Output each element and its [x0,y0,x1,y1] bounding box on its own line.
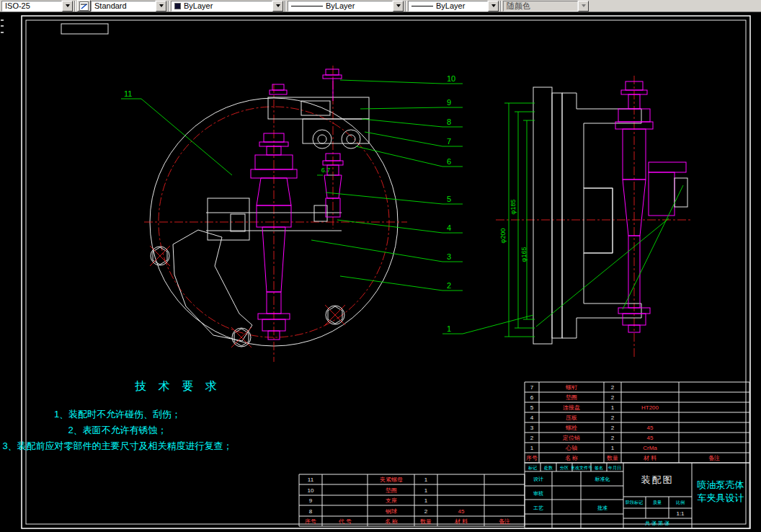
bom-cell-qty: 2 [611,384,615,391]
chevron-down-icon[interactable] [393,1,404,12]
title-block: 标记 处数 分区 更改文件号 签名 年月日 设计 审核 工艺 标准化 批准 装配… [525,463,749,528]
bom-cell-material: 45 [647,425,654,431]
bom-cell-name: 螺栓 [566,425,577,431]
bom-cell-material: HT200 [641,404,659,411]
bom-cell-no: 1 [530,445,534,451]
tb-sign-standard: 标准化 [595,476,610,482]
peripheral-bolts [150,246,345,347]
toolbar-separator [285,1,286,12]
balloon-6-number: 6 [447,157,451,166]
linetype-combo[interactable]: ByLayer [288,1,404,12]
bom-header-name: 名 称 [385,518,398,525]
bom-header-qty: 数量 [607,455,618,461]
chevron-down-icon[interactable] [62,1,73,12]
chevron-down-icon[interactable] [156,1,166,12]
dim-6-7-label: 6.7 [321,167,331,174]
tb-stage-label: 阶段标记 [626,500,643,505]
bom-header-remark: 备注 [708,455,720,461]
dim-style-value: ISO-25 [5,1,30,10]
bom-cell-name: 定位销 [562,435,580,441]
bom-cell-qty: 1 [611,445,615,451]
color-value: ByLayer [184,1,213,10]
balloon-2-number: 2 [447,281,451,290]
toolbar-separator [405,1,406,12]
bom-header-material: 材 料 [454,518,468,525]
bom-table-right: 7 螺钉 2 6 垫圈 2 5 连接盘 1 HT200 4 压板 2 3 螺栓 … [525,382,749,463]
bom-cell-no: 9 [309,497,313,504]
chevron-down-icon[interactable] [488,1,499,12]
bom-cell-no: 2 [530,435,534,441]
bom-header-material: 材 料 [643,455,657,461]
tb-col-label: 签名 [595,466,603,471]
tb-scale-label: 比例 [676,500,685,505]
bom-header-qty: 数量 [420,518,432,525]
balloon-9: 9 [360,98,463,109]
color-field[interactable]: ByLayer [171,1,272,12]
balloon-7: 7 [365,132,463,146]
bom-cell-name: 螺钉 [566,384,577,391]
balloon-8-number: 8 [447,118,451,126]
tb-col-label: 更改文件号 [571,465,592,470]
dim-style-icon [79,1,89,11]
balloon-8: 8 [362,118,463,127]
tb-sign-approve: 批准 [597,505,608,511]
toolbar-separator [168,1,169,12]
balloon-3-number: 3 [447,252,451,261]
chevron-down-icon[interactable] [272,1,283,12]
balloon-11-number: 11 [124,89,132,98]
tb-sign-design: 设计 [533,476,543,482]
bom-cell-qty: 2 [611,435,615,441]
balloon-2: 2 [340,276,463,291]
bom-cell-qty: 1 [424,497,428,504]
dim-165-label: φ165 [520,247,528,262]
balloon-10-number: 10 [447,74,455,83]
balloon-7-number: 7 [447,137,451,146]
text-style-field[interactable]: Standard [91,1,156,12]
bom-cell-qty: 2 [424,508,428,515]
dim-6-7: 6.7 [317,167,334,175]
linetype-field[interactable]: ByLayer [288,1,393,12]
bom-cell-name: 夹紧螺母 [380,476,403,483]
bom-cell-name: 支座 [386,497,397,504]
bom-cell-qty: 2 [611,414,615,421]
bom-cell-material: 45 [458,508,465,515]
bom-header-code: 代 号 [338,518,352,525]
technical-requirements: 技 术 要 求 1、装配时不允许碰伤、刮伤； 2、表面不允许有锈蚀； 3、装配前… [2,380,232,451]
drawing-title: 装配图 [641,474,674,485]
dim-style-manager-button[interactable] [77,0,91,12]
color-combo[interactable]: ByLayer [171,1,283,12]
balloon-1-number: 1 [447,324,451,333]
front-view: 6.7 [144,66,407,362]
tech-req-title: 技 术 要 求 [134,380,221,392]
balloon-callouts: 10 9 8 7 6 5 4 3 [121,74,533,334]
bom-cell-qty: 2 [611,394,615,401]
tb-col-label: 年月日 [608,466,621,471]
lineweight-combo[interactable]: ByLayer [408,1,499,12]
bom-cell-no: 4 [530,414,534,421]
balloon-11: 11 [121,89,232,175]
plot-style-value: 随颜色 [507,1,530,12]
plot-style-combo: 随颜色 [503,1,589,12]
bom-cell-qty: 1 [424,476,428,483]
dim-200-label: φ200 [499,229,507,244]
bom-cell-name: 垫圈 [386,487,397,494]
lineweight-value: ByLayer [436,1,465,10]
bom-cell-no: 7 [530,384,534,391]
bom-cell-no: 5 [530,404,534,411]
toolbar: ISO-25 Standard ByLayer ByLayer [0,0,761,12]
section-view: φ200 φ185 φ165 [496,76,690,358]
dim-style-field[interactable]: ISO-25 [1,1,62,12]
bom-cell-no: 10 [308,487,314,494]
bom-cell-qty: 1 [424,487,428,494]
text-style-combo[interactable]: Standard [91,1,166,12]
bom-cell-name: 心轴 [565,445,577,451]
lineweight-field[interactable]: ByLayer [408,1,488,12]
drawing-canvas[interactable]: 6.7 [0,12,761,532]
text-style-value: Standard [94,1,127,10]
dim-style-combo[interactable]: ISO-25 [1,1,73,12]
bom-header-name: 名 称 [565,455,578,461]
lineweight-glyph-icon [411,6,433,6]
tech-req-item-3: 3、装配前应对零部件的主要尺寸及相关精度进行复查； [2,440,232,451]
bom-cell-name: 钢球 [385,508,397,515]
balloon-1: 1 [442,315,533,334]
